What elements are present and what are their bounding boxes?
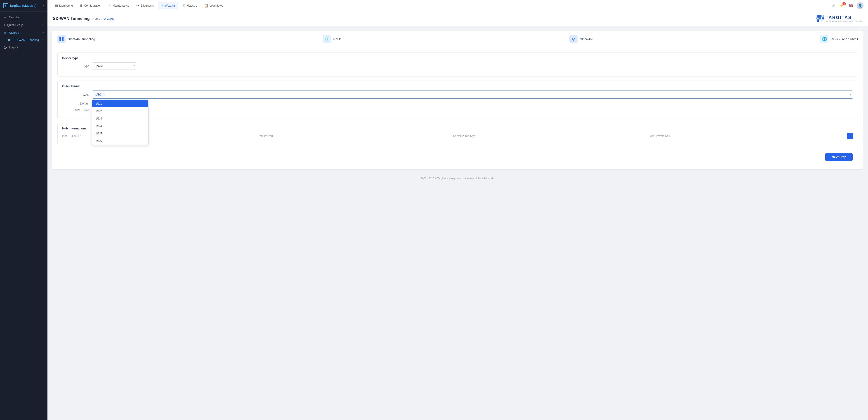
wan-option-1-1-1[interactable]: 1/1/1	[92, 100, 148, 107]
wizards-nav-icon: ✏	[161, 4, 164, 8]
targitas-logo-icon	[816, 15, 825, 23]
maestro-icon: ⊞	[182, 4, 185, 8]
device-type-row: Type Spoke Hub ▾	[62, 62, 853, 69]
topnav-maestro[interactable]: ⊞ Maestro	[180, 2, 200, 9]
sidebar-label-logout: Logout	[9, 46, 18, 49]
topnav-diagnosis[interactable]: 〜 Diagnosis	[133, 2, 156, 9]
page-header: SD-WAN Tunneling Home / Wizards	[48, 11, 868, 26]
footer-text: 2006 - 2023 © Targitas is a registered t…	[421, 177, 495, 180]
topnav-workflows[interactable]: 📋 Workflows	[202, 2, 226, 9]
sidebar-logo-icon: ▶	[3, 3, 8, 8]
wan-option-1-1-5[interactable]: 1/1/5	[92, 130, 148, 137]
expand-button[interactable]: ⤢	[831, 2, 836, 8]
wizard-step-route[interactable]: ✈ Route	[323, 34, 342, 44]
maintenance-icon: ✓	[108, 4, 111, 8]
chevron-down-icon-wizards: ▾	[42, 31, 44, 34]
wan-selected-tag: 1/1/1 ×	[94, 92, 105, 96]
device-type-select[interactable]: Spoke Hub	[92, 62, 137, 69]
step-divider-1	[101, 39, 318, 39]
wizard-step-label-sd-wan-tunneling: SD-WAN Tunneling	[68, 37, 95, 41]
wan-option-1-1-2[interactable]: 1/1/2	[92, 107, 148, 115]
outer-tunnel-title: Outer Tunnel	[62, 84, 853, 88]
review-step-icon: 🌐	[820, 35, 829, 43]
sidebar-item-wizards[interactable]: ◈ Wizards ▾	[0, 29, 48, 36]
wizard-card: SD-WAN Tunneling ✈ Route ⊙ SD-WAN 🌐	[52, 31, 864, 169]
svg-rect-0	[817, 15, 819, 17]
active-dot-icon	[8, 39, 10, 41]
notifications-button[interactable]: ⚡ 2	[839, 2, 845, 8]
favorite-icon: ★	[4, 16, 6, 19]
wan-field: 1/1/1 × ▾ 1/1/1 1/1/2 1/1/3	[92, 90, 853, 99]
svg-rect-6	[817, 20, 819, 22]
step-divider-2	[347, 39, 564, 39]
svg-rect-2	[822, 15, 824, 17]
wan-option-1-1-3[interactable]: 1/1/3	[92, 115, 148, 122]
device-type-title: Device type	[62, 56, 853, 60]
svg-rect-4	[819, 18, 821, 20]
sidebar-label-wizards: Wizards	[8, 31, 19, 34]
topnav-monitoring-label: Monitoring	[59, 4, 73, 7]
wizard-steps: SD-WAN Tunneling ✈ Route ⊙ SD-WAN 🌐	[52, 31, 864, 48]
wan-tag-close-icon[interactable]: ×	[102, 93, 104, 96]
wan-search-input[interactable]	[106, 93, 115, 96]
sidebar-item-logout[interactable]: ⏻ Logout ☆	[0, 44, 48, 51]
sidebar-header: ▶ targitas (Maestro) ‹	[0, 0, 48, 11]
topnav-wizards-label: Wizards	[165, 4, 176, 7]
user-avatar[interactable]: 👤	[857, 2, 864, 9]
logout-icon: ⏻	[4, 46, 7, 49]
breadcrumb-current: Wizards	[104, 17, 114, 20]
topnav-wizards[interactable]: ✏ Wizards	[158, 2, 178, 9]
default-row: Default	[62, 102, 853, 105]
device-type-field: Spoke Hub ▾	[92, 62, 853, 69]
sidebar-label-sd-wan: SD-WAN Tunneling	[13, 38, 39, 41]
star-icon: ☆	[41, 23, 44, 26]
wan-option-1-1-4[interactable]: 1/1/4	[92, 122, 148, 130]
sidebar: ▶ targitas (Maestro) ‹ ★ Favorite ▾ ℹ Qu…	[0, 0, 48, 420]
sd-wan-step-icon: ⊙	[569, 35, 578, 43]
topnav-items: ▦ Monitoring ⚙ Configuration ✓ Maintenan…	[52, 2, 226, 9]
topnav-workflows-label: Workflows	[210, 4, 223, 7]
wizard-step-review[interactable]: 🌐 Review and Submit	[820, 34, 858, 44]
page-footer: 2006 - 2023 © Targitas is a registered t…	[48, 174, 868, 183]
sidebar-menu: ★ Favorite ▾ ℹ Quick Setup ☆ ◈ Wizards	[0, 11, 48, 420]
wan-label: WAN	[62, 93, 89, 96]
hub-informations-section: Hub Informations Inner Tunnel IP Remote …	[57, 123, 858, 145]
topnav-monitoring[interactable]: ▦ Monitoring	[52, 2, 76, 9]
sd-wan-tunneling-step-icon	[57, 35, 66, 43]
topnav-maintenance[interactable]: ✓ Maintenance	[105, 2, 132, 9]
sidebar-item-sd-wan-tunneling[interactable]: SD-WAN Tunneling ☆	[8, 36, 48, 44]
breadcrumb: Home / Wizards	[92, 17, 114, 20]
device-type-select-wrapper: Spoke Hub ▾	[92, 62, 137, 69]
wizard-step-sd-wan[interactable]: ⊙ SD-WAN	[569, 34, 592, 44]
topnav-maintenance-label: Maintenance	[113, 4, 129, 7]
wizard-step-sd-wan-tunneling[interactable]: SD-WAN Tunneling	[57, 34, 95, 44]
sidebar-item-favorite[interactable]: ★ Favorite ▾	[0, 13, 48, 21]
main-area: ▦ Monitoring ⚙ Configuration ✓ Maintenan…	[48, 0, 868, 420]
targitas-logo: TARGITAS SOFTWARE DEFINED EVERYTHING	[816, 15, 863, 23]
col-action: +	[844, 133, 853, 139]
topnav-right: ⤢ ⚡ 2 🇺🇸 👤	[831, 2, 864, 9]
sidebar-item-quick-setup[interactable]: ℹ Quick Setup ☆	[0, 21, 48, 29]
topnav-configuration[interactable]: ⚙ Configuration	[77, 2, 104, 9]
wan-multiselect[interactable]: 1/1/1 × ▾	[92, 90, 853, 99]
step-divider-3	[598, 39, 815, 39]
svg-rect-7	[819, 20, 821, 22]
chevron-down-icon-wan: ▾	[850, 93, 851, 96]
add-hub-button[interactable]: +	[847, 133, 853, 139]
topnav-configuration-label: Configuration	[84, 4, 101, 7]
device-type-section: Device type Type Spoke Hub ▾	[57, 53, 858, 77]
sidebar-label-quick-setup: Quick Setup	[7, 23, 23, 27]
top-navigation: ▦ Monitoring ⚙ Configuration ✓ Maintenan…	[48, 0, 868, 11]
svg-rect-10	[59, 39, 61, 41]
next-step-button[interactable]: Next Step	[825, 153, 852, 161]
outer-tunnel-section: Outer Tunnel WAN 1/1/1 ×	[57, 81, 858, 119]
sidebar-collapse-button[interactable]: ‹	[43, 4, 44, 8]
hub-informations-title: Hub Informations	[62, 127, 853, 130]
topnav-diagnosis-label: Diagnosis	[141, 4, 154, 7]
chevron-down-icon: ▾	[42, 16, 44, 19]
language-button[interactable]: 🇺🇸	[848, 2, 854, 8]
breadcrumb-home[interactable]: Home	[92, 17, 100, 20]
wizard-footer: Next Step	[57, 149, 858, 165]
wizard-step-label-sd-wan: SD-WAN	[580, 37, 592, 41]
wan-option-1-1-6[interactable]: 1/1/6	[92, 137, 148, 145]
